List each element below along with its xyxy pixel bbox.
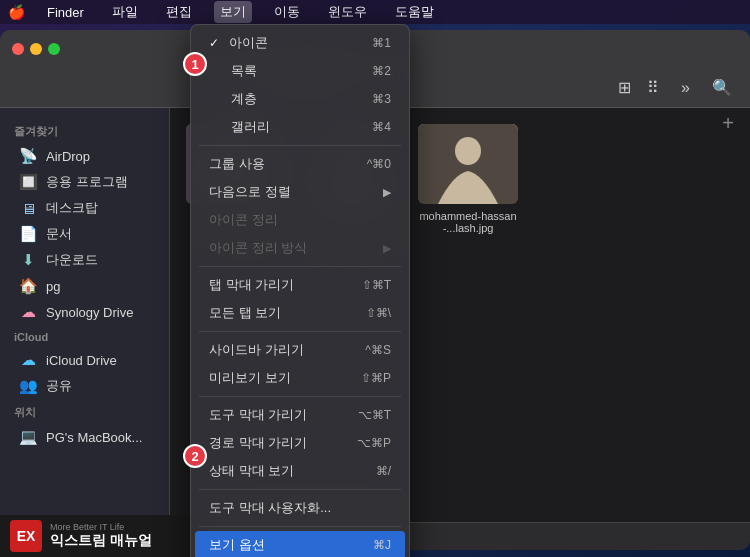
sidebar-item-documents[interactable]: 📄 문서 <box>4 221 165 247</box>
menubar-view[interactable]: 보기 <box>214 1 252 23</box>
ex-logo: EX <box>10 520 42 552</box>
downloads-icon: ⬇ <box>18 251 38 269</box>
maximize-button[interactable] <box>48 43 60 55</box>
macbook-icon: 💻 <box>18 428 38 446</box>
menu-item-show-all-tabs[interactable]: 모든 탭 보기 ⇧⌘\ <box>195 299 405 327</box>
badge-2: 2 <box>183 444 207 468</box>
macbook-label: PG's MacBook... <box>46 430 142 445</box>
menubar-help[interactable]: 도움말 <box>389 1 440 23</box>
menu-label-preview: 미리보기 보기 <box>209 369 291 387</box>
menu-item-use-groups[interactable]: 그룹 사용 ^⌘0 <box>195 150 405 178</box>
shortcut-all-tabs: ⇧⌘\ <box>366 306 391 320</box>
badge-1: 1 <box>183 52 207 76</box>
close-button[interactable] <box>12 43 24 55</box>
menubar: 🍎 Finder 파일 편집 보기 이동 윈도우 도움말 <box>0 0 750 24</box>
sidebar-item-icloud[interactable]: ☁ iCloud Drive <box>4 347 165 373</box>
add-folder-btn[interactable]: + <box>722 112 734 135</box>
menubar-finder[interactable]: Finder <box>41 3 90 22</box>
menubar-edit[interactable]: 편집 <box>160 1 198 23</box>
menu-item-list-view[interactable]: 목록 ⌘2 <box>195 57 405 85</box>
applications-label: 응용 프로그램 <box>46 173 128 191</box>
shortcut-sidebar: ^⌘S <box>365 343 391 357</box>
menubar-go[interactable]: 이동 <box>268 1 306 23</box>
shared-icon: 👥 <box>18 377 38 395</box>
menu-label-column: 계층 <box>231 90 257 108</box>
more-btn[interactable]: » <box>675 75 696 101</box>
submenu-arrow: ▶ <box>383 186 391 199</box>
menu-label-all-tabs: 모든 탭 보기 <box>209 304 281 322</box>
menu-separator <box>199 145 401 146</box>
menu-item-customize-toolbar[interactable]: 도구 막대 사용자화... <box>195 494 405 522</box>
shortcut-preview: ⇧⌘P <box>361 371 391 385</box>
menu-item-show-preview[interactable]: 미리보기 보기 ⇧⌘P <box>195 364 405 392</box>
shortcut-statusbar: ⌘/ <box>376 464 391 478</box>
menu-item-hide-sidebar[interactable]: 사이드바 가리기 ^⌘S <box>195 336 405 364</box>
sidebar: 즐겨찾기 📡 AirDrop 🔲 응용 프로그램 🖥 데스크탑 📄 문서 ⬇ 다… <box>0 108 170 522</box>
ex-title: 익스트림 매뉴얼 <box>50 532 152 550</box>
menu-item-hide-pathbar[interactable]: 경로 막대 가리기 ⌥⌘P <box>195 429 405 457</box>
downloads-label: 다운로드 <box>46 251 98 269</box>
shortcut-list: ⌘2 <box>372 64 391 78</box>
sidebar-item-shared[interactable]: 👥 공유 <box>4 373 165 399</box>
favorites-label: 즐겨찾기 <box>0 118 169 143</box>
sidebar-item-macbook[interactable]: 💻 PG's MacBook... <box>4 424 165 450</box>
shortcut-view-options: ⌘J <box>373 538 391 552</box>
menu-item-show-statusbar[interactable]: 상태 막대 보기 ⌘/ <box>195 457 405 485</box>
shared-label: 공유 <box>46 377 72 395</box>
menu-item-gallery-view[interactable]: 갤러리 ⌘4 <box>195 113 405 141</box>
sidebar-item-synology[interactable]: ☁ Synology Drive <box>4 299 165 325</box>
menu-item-clean-up-by: 아이콘 정리 방식 ▶ <box>195 234 405 262</box>
minimize-button[interactable] <box>30 43 42 55</box>
menu-separator <box>199 331 401 332</box>
menu-item-hide-toolbar[interactable]: 탭 막대 가리기 ⇧⌘T <box>195 271 405 299</box>
svg-point-6 <box>455 137 481 165</box>
menu-item-icon-view[interactable]: ✓ 아이콘 ⌘1 <box>195 29 405 57</box>
menu-label-hide-pathbar: 경로 막대 가리기 <box>209 434 307 452</box>
documents-icon: 📄 <box>18 225 38 243</box>
desktop-label: 데스크탑 <box>46 199 98 217</box>
apple-menu[interactable]: 🍎 <box>8 4 25 20</box>
menu-item-hide-toolbar2[interactable]: 도구 막대 가리기 ⌥⌘T <box>195 401 405 429</box>
ex-tagline: More Better IT Life <box>50 522 152 532</box>
menu-item-column-view[interactable]: 계층 ⌘3 <box>195 85 405 113</box>
synology-label: Synology Drive <box>46 305 133 320</box>
shortcut-column: ⌘3 <box>372 92 391 106</box>
shortcut-toolbar: ⌥⌘T <box>358 408 391 422</box>
sidebar-item-airdrop[interactable]: 📡 AirDrop <box>4 143 165 169</box>
grid-view-btn[interactable]: ⊞ <box>612 74 637 101</box>
pg-icon: 🏠 <box>18 277 38 295</box>
menu-label-view-options: 보기 옵션 <box>209 536 265 554</box>
sidebar-item-downloads[interactable]: ⬇ 다운로드 <box>4 247 165 273</box>
menubar-window[interactable]: 윈도우 <box>322 1 373 23</box>
sidebar-item-desktop[interactable]: 🖥 데스크탑 <box>4 195 165 221</box>
sidebar-item-pg[interactable]: 🏠 pg <box>4 273 165 299</box>
menu-item-sort-by[interactable]: 다음으로 정렬 ▶ <box>195 178 405 206</box>
menu-label-icon-view: 아이콘 <box>229 34 268 52</box>
menu-label-gallery: 갤러리 <box>231 118 270 136</box>
list-view-btn[interactable]: ⠿ <box>641 74 665 101</box>
menubar-file[interactable]: 파일 <box>106 1 144 23</box>
shortcut-pathbar: ⌥⌘P <box>357 436 391 450</box>
locations-label: 위치 <box>0 399 169 424</box>
icloud-drive-label: iCloud Drive <box>46 353 117 368</box>
airdrop-label: AirDrop <box>46 149 90 164</box>
icloud-label: iCloud <box>0 325 169 347</box>
ex-text: More Better IT Life 익스트림 매뉴얼 <box>50 522 152 550</box>
menu-label-hide-toolbar: 도구 막대 가리기 <box>209 406 307 424</box>
menu-label-list: 목록 <box>231 62 257 80</box>
file-label: mohammed-hassan-...lash.jpg <box>418 210 518 234</box>
pg-label: pg <box>46 279 60 294</box>
menu-item-view-options[interactable]: 보기 옵션 ⌘J <box>195 531 405 557</box>
traffic-lights <box>12 43 60 55</box>
file-item[interactable]: mohammed-hassan-...lash.jpg <box>418 124 518 234</box>
search-btn[interactable]: 🔍 <box>706 74 738 101</box>
airdrop-icon: 📡 <box>18 147 38 165</box>
sidebar-item-applications[interactable]: 🔲 응용 프로그램 <box>4 169 165 195</box>
icloud-icon: ☁ <box>18 351 38 369</box>
shortcut-hide-tabbar: ⇧⌘T <box>362 278 391 292</box>
menu-separator <box>199 526 401 527</box>
desktop-icon: 🖥 <box>18 200 38 217</box>
menu-label-hide-sidebar: 사이드바 가리기 <box>209 341 304 359</box>
shortcut-groups: ^⌘0 <box>367 157 391 171</box>
shortcut-gallery: ⌘4 <box>372 120 391 134</box>
